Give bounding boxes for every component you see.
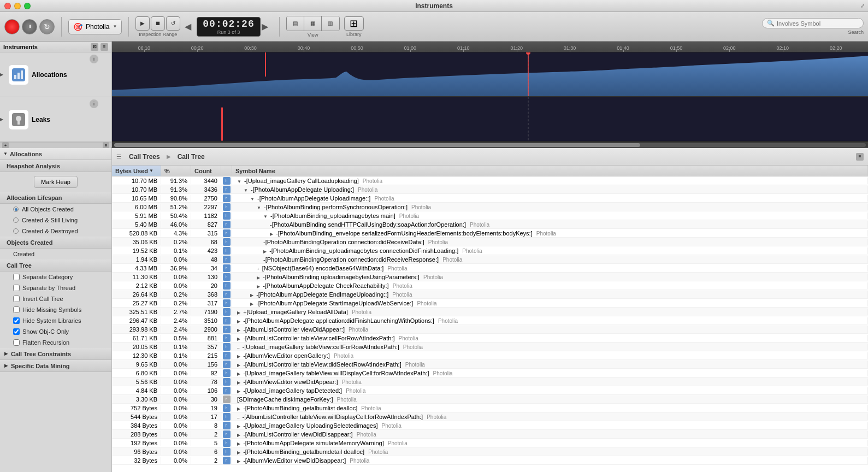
leaks-info-button[interactable]: i [90, 99, 98, 108]
table-row[interactable]: 19.52 KB 0.1% 423 h ▶ -[PhotoAlbumBindin… [112, 246, 868, 255]
radio-created-living[interactable]: Created & Still Living [0, 215, 111, 226]
table-row[interactable]: 25.27 KB 0.2% 317 h ▶ -[PhotoAlbumAppDel… [112, 299, 868, 308]
call-tree-constraints-header[interactable]: ▶ Call Tree Constraints [0, 348, 111, 360]
mark-heap-button[interactable]: Mark Heap [34, 176, 78, 188]
expand-triangle[interactable]: ▶ [237, 433, 240, 438]
table-row[interactable]: 26.64 KB 0.2% 368 h ▶ -[PhotoAlbumAppDel… [112, 290, 868, 299]
target-selector[interactable]: 🎯 Photolia ▼ [68, 19, 122, 34]
timer-prev-button[interactable]: ◀ [185, 21, 196, 32]
hide-missing-symbols-checkbox[interactable] [13, 306, 20, 313]
pause-button[interactable]: ⏸ [22, 19, 37, 34]
leaks-expand-arrow[interactable]: ▶ [0, 117, 3, 122]
scrollbar-thumb[interactable] [114, 143, 640, 147]
invert-call-tree-checkbox[interactable] [13, 296, 20, 302]
expand-triangle[interactable]: ▶ [237, 450, 240, 455]
maximize-button[interactable] [24, 3, 31, 9]
specific-data-mining-header[interactable]: ▶ Specific Data Mining [0, 360, 111, 372]
table-row[interactable]: 61.71 KB 0.5% 881 h ▶ -[AlbumListControl… [112, 334, 868, 343]
expand-triangle[interactable]: ▼ [257, 205, 261, 210]
breadcrumb-call-tree[interactable]: Call Tree [173, 152, 209, 162]
table-row[interactable]: 192 Bytes 0.0% 5 h ▶ -[PhotoAlbumAppDele… [112, 439, 868, 447]
separate-category-item[interactable]: Separate Category [0, 272, 111, 282]
table-row[interactable]: 520.88 KB 4.3% 315 h ▶ -[PhotoAlbumBindi… [112, 229, 868, 238]
expand-triangle[interactable]: ▶ [257, 275, 260, 280]
expand-triangle[interactable]: ▶ [237, 424, 240, 429]
table-row[interactable]: 5.56 KB 0.0% 78 h ▶ -[AlbumViewEditor vi… [112, 377, 868, 386]
timeline-scrollbar[interactable] [112, 141, 868, 148]
close-button[interactable] [4, 3, 11, 9]
table-row[interactable]: 10.70 MB 91.3% 3440 h ▼ -[Upload_imageGa… [112, 176, 868, 185]
expand-triangle[interactable]: ▶ [237, 406, 240, 411]
show-objc-item[interactable]: Show Obj-C Only [0, 326, 111, 337]
table-row[interactable]: 3.30 KB 0.0% 30 h [SDImageCache diskImag… [112, 395, 868, 404]
table-row[interactable]: 288 Bytes 0.0% 2 h ▶ -[AlbumListControll… [112, 430, 868, 439]
table-row[interactable]: 4.84 KB 0.0% 106 h ▶ -[Upload_imageGalle… [112, 386, 868, 395]
hide-system-libraries-checkbox[interactable] [13, 317, 20, 324]
timeline-view-btn-2[interactable]: ≡ [101, 43, 108, 51]
table-row[interactable]: 10.70 MB 91.3% 3436 h ▼ -[PhotoAlbumAppD… [112, 185, 868, 194]
search-field[interactable]: 🔍 [762, 18, 864, 28]
table-row[interactable]: 35.06 KB 0.2% 68 h -[PhotoAlbumBindingOp… [112, 238, 868, 246]
radio-created-destroyed[interactable]: Created & Destroyed [0, 226, 111, 237]
expand-triangle[interactable]: ▶ [237, 441, 240, 446]
th-symbol-name[interactable]: Symbol Name [232, 166, 868, 176]
table-row[interactable]: 96 Bytes 0.0% 6 h ▶ -[PhotoAlbumBinding_… [112, 447, 868, 456]
transport-loop-button[interactable]: ↺ [166, 16, 180, 31]
flatten-recursion-item[interactable]: Flatten Recursion [0, 337, 111, 348]
expand-triangle[interactable]: – [237, 415, 239, 420]
transport-stop-button[interactable]: ⏹ [151, 16, 165, 31]
table-row[interactable]: 752 Bytes 0.0% 19 h ▶ -[PhotoAlbumBindin… [112, 404, 868, 412]
table-row[interactable]: 20.05 KB 0.1% 357 h – -[Upload_imageGall… [112, 343, 868, 351]
table-row[interactable]: 9.65 KB 0.0% 156 h ▶ -[AlbumListControll… [112, 360, 868, 369]
table-row[interactable]: 5.91 MB 50.4% 1182 h ▼ -[PhotoAlbumBindi… [112, 211, 868, 220]
search-input[interactable] [777, 20, 859, 27]
record-button[interactable] [4, 19, 20, 34]
allocations-instrument-row[interactable]: ▶ Allocations i [0, 52, 111, 97]
expand-triangle[interactable]: ▶ [250, 293, 253, 298]
th-pct[interactable]: % [161, 166, 191, 176]
table-row[interactable]: 2.12 KB 0.0% 20 h ▶ -[PhotoAlbumAppDeleg… [112, 281, 868, 290]
expand-triangle[interactable]: ▶ [237, 319, 240, 324]
expand-triangle[interactable]: ▼ [237, 179, 241, 184]
expand-triangle[interactable]: – [237, 345, 239, 350]
timer-next-button[interactable]: ▶ [262, 21, 273, 32]
expand-triangle[interactable]: ▶ [257, 284, 260, 289]
expand-triangle[interactable]: ▶ [237, 328, 240, 333]
view-btn-2[interactable]: ▦ [304, 16, 322, 31]
table-row[interactable]: 4.33 MB 36.9% 34 h + [NSObject(Base64) e… [112, 264, 868, 273]
transport-start-button[interactable]: ▶ [135, 16, 150, 31]
separate-category-checkbox[interactable] [13, 274, 20, 280]
breadcrumb-call-trees[interactable]: Call Trees [125, 152, 164, 162]
expand-triangle[interactable]: ▶ [270, 232, 273, 237]
leaks-instrument-row[interactable]: ▶ Leaks i [0, 97, 111, 142]
expand-icon[interactable]: ⤢ [860, 3, 865, 9]
table-row[interactable]: 296.47 KB 2.4% 3510 h ▶ -[PhotoAlbumAppD… [112, 316, 868, 325]
refresh-button[interactable]: ↻ [39, 19, 55, 34]
allocations-info-button[interactable]: i [90, 55, 98, 63]
expand-triangle[interactable]: ▶ [237, 371, 240, 376]
content-view-btn[interactable]: ≡ [856, 153, 864, 161]
table-row[interactable]: 11.30 KB 0.0% 130 h ▶ -[PhotoAlbumBindin… [112, 273, 868, 281]
expand-triangle[interactable]: ▶ [237, 380, 240, 385]
expand-triangle[interactable]: ▼ [263, 214, 268, 219]
expand-triangle[interactable]: + [257, 267, 259, 272]
table-row[interactable]: 293.98 KB 2.4% 2900 h ▶ -[AlbumListContr… [112, 325, 868, 334]
table-row[interactable]: 12.30 KB 0.1% 215 h ▶ -[AlbumViewEditor … [112, 351, 868, 360]
hide-system-libraries-item[interactable]: Hide System Libraries [0, 315, 111, 326]
table-row[interactable]: 10.65 MB 90.8% 2750 h ▼ -[PhotoAlbumAppD… [112, 194, 868, 203]
radio-all-objects[interactable]: All Objects Created [0, 204, 111, 215]
table-row[interactable]: 544 Bytes 0.0% 17 h – -[AlbumListControl… [112, 412, 868, 421]
expand-triangle[interactable]: ▶ [250, 302, 253, 306]
table-row[interactable]: 32 Bytes 0.0% 2 h ▶ -[AlbumViewEditor vi… [112, 456, 868, 465]
view-btn-1[interactable]: ▤ [287, 16, 304, 31]
minimize-button[interactable] [14, 3, 21, 9]
th-count[interactable]: Count [191, 166, 221, 176]
expand-triangle[interactable]: ▶ [237, 354, 240, 359]
expand-triangle[interactable]: ▶ [237, 363, 240, 368]
table-row[interactable]: 5.40 MB 46.0% 827 h -[PhotoAlbumBinding … [112, 220, 868, 229]
invert-call-tree-item[interactable]: Invert Call Tree [0, 293, 111, 304]
created-item[interactable]: Created [0, 249, 111, 259]
expand-triangle[interactable]: ▶ [263, 249, 267, 254]
show-objc-checkbox[interactable] [13, 328, 20, 335]
expand-triangle[interactable]: ▶ [237, 389, 240, 394]
